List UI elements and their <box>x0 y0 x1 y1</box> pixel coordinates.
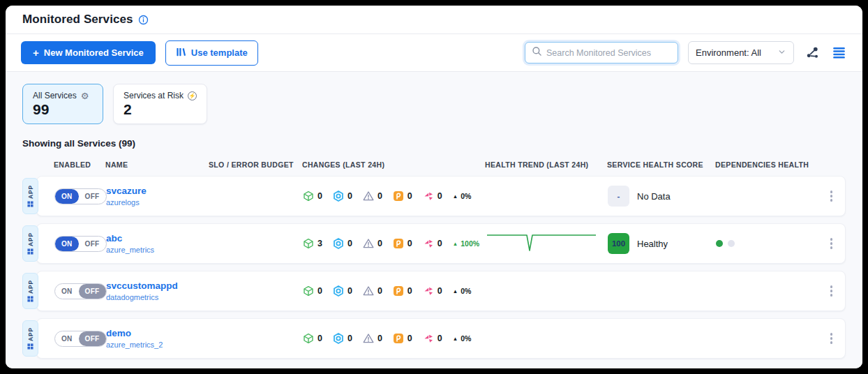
changes-delta: ▲0% <box>453 287 472 295</box>
search-icon <box>532 46 542 59</box>
info-icon[interactable] <box>138 14 149 25</box>
app-tag-label: APP <box>27 280 34 294</box>
app-type-tag: APP <box>22 178 38 214</box>
dependency-unknown-dot <box>728 240 735 247</box>
changes-delta: ▲100% <box>453 239 479 248</box>
gear-icon: ⚙ <box>81 91 89 100</box>
tab-services-at-risk[interactable]: Services at Risk ⚡ 2 <box>113 84 207 124</box>
app-type-tag: APP <box>22 320 38 357</box>
row-actions-menu[interactable] <box>825 188 839 204</box>
col-name: NAME <box>105 160 209 169</box>
plus-icon: + <box>33 47 39 58</box>
app-type-tag: APP <box>22 273 38 309</box>
enabled-toggle[interactable]: ONOFF <box>54 188 107 204</box>
up-arrow-icon: ▲ <box>453 241 458 247</box>
col-health-score: SERVICE HEALTH SCORE <box>607 160 715 169</box>
up-arrow-icon: ▲ <box>453 193 458 200</box>
table-row: APP ONOFF svcazure azurelogs 0 0 0 0 <box>22 176 846 216</box>
table-row: APP ONOFF demo azure_metrics_2 0 0 0 0 <box>22 318 846 359</box>
service-rows: APP ONOFF svcazure azurelogs 0 0 0 0 <box>6 176 862 359</box>
deployment-change-icon <box>303 190 314 202</box>
deployment-change-icon <box>303 333 314 344</box>
incident-change-icon <box>423 238 434 249</box>
changes-delta: ▲0% <box>453 192 472 200</box>
app-window: Monitored Services + New Monitored Servi… <box>6 6 862 368</box>
app-tag-label: APP <box>27 232 34 246</box>
template-icon <box>176 47 186 59</box>
list-view-icon[interactable] <box>830 45 847 61</box>
table-row: APP ONOFF abc azure_metrics 3 0 0 0 <box>22 223 846 264</box>
incident-change-icon <box>423 333 434 344</box>
changes-cell: 0 0 0 0 0 ▲0% <box>303 190 486 202</box>
content-area: All Services ⚙ 99 Services at Risk ⚡ 2 S… <box>6 72 862 368</box>
tab-all-services-label: All Services <box>33 91 77 100</box>
changes-delta: ▲0% <box>453 334 472 343</box>
dependencies-cell <box>716 240 821 247</box>
search-input[interactable] <box>546 48 671 58</box>
services-at-risk-count: 2 <box>124 101 197 118</box>
table-header: ENABLED NAME SLO / ERROR BUDGET CHANGES … <box>6 158 862 176</box>
health-score-label: Healthy <box>637 239 668 249</box>
apps-grid-icon <box>27 201 33 207</box>
service-name-link[interactable]: svcazure <box>106 186 209 197</box>
changes-cell: 0 0 0 0 0 ▲0% <box>303 333 486 344</box>
health-score-cell: 100 Healthy <box>608 233 716 254</box>
table-row: APP ONOFF svccustomappd datadogmetrics 0… <box>22 271 846 311</box>
service-subtitle: azure_metrics_2 <box>106 341 209 349</box>
alert-change-icon <box>363 190 374 202</box>
col-changes: CHANGES (LAST 24H) <box>302 160 485 169</box>
alert-change-icon <box>363 333 374 344</box>
health-score-cell: - No Data <box>608 186 716 207</box>
row-actions-menu[interactable] <box>825 330 839 347</box>
deployment-change-icon <box>303 285 314 297</box>
use-template-button[interactable]: Use template <box>165 40 258 66</box>
toolbar: + New Monitored Service Use template Env… <box>6 34 862 72</box>
row-actions-menu[interactable] <box>825 283 839 299</box>
results-summary: Showing all Services (99) <box>6 124 862 158</box>
summary-tabs: All Services ⚙ 99 Services at Risk ⚡ 2 <box>6 84 862 124</box>
health-trend-sparkline <box>486 230 599 255</box>
chevron-down-icon <box>777 47 786 59</box>
incident-change-icon <box>423 285 434 297</box>
config-change-icon <box>333 333 344 344</box>
apps-grid-icon <box>27 296 33 302</box>
config-change-icon <box>333 285 344 297</box>
enabled-toggle[interactable]: ONOFF <box>54 283 107 299</box>
service-subtitle: azure_metrics <box>106 246 209 254</box>
enabled-toggle[interactable]: ONOFF <box>54 331 107 347</box>
app-tag-label: APP <box>27 327 34 341</box>
tab-services-at-risk-label: Services at Risk <box>124 91 184 100</box>
dependency-healthy-dot <box>716 240 723 247</box>
col-health-trend: HEALTH TREND (LAST 24H) <box>485 160 607 169</box>
col-slo: SLO / ERROR BUDGET <box>209 160 302 169</box>
flag-change-icon <box>393 285 404 297</box>
flag-change-icon <box>393 238 404 249</box>
title-bar: Monitored Services <box>6 6 862 34</box>
topology-view-icon[interactable] <box>804 45 821 61</box>
enabled-toggle[interactable]: ONOFF <box>54 236 107 252</box>
app-tag-label: APP <box>27 185 34 199</box>
environment-select[interactable]: Environment: All <box>688 41 794 64</box>
new-monitored-service-label: New Monitored Service <box>44 47 144 58</box>
col-dependencies: DEPENDENCIES HEALTH <box>715 160 820 169</box>
lightning-icon: ⚡ <box>188 91 197 100</box>
service-name-link[interactable]: demo <box>106 328 209 340</box>
deployment-change-icon <box>303 238 314 249</box>
service-subtitle: datadogmetrics <box>106 293 209 301</box>
service-subtitle: azurelogs <box>106 198 209 207</box>
service-name-link[interactable]: svccustomappd <box>106 280 209 292</box>
service-name-link[interactable]: abc <box>106 233 209 245</box>
tab-all-services[interactable]: All Services ⚙ 99 <box>22 84 103 124</box>
flag-change-icon <box>393 190 404 202</box>
row-actions-menu[interactable] <box>825 235 839 252</box>
alert-change-icon <box>363 285 374 297</box>
up-arrow-icon: ▲ <box>453 336 458 342</box>
changes-cell: 3 0 0 0 0 ▲100% <box>303 238 486 249</box>
apps-grid-icon <box>27 248 33 255</box>
config-change-icon <box>333 238 344 249</box>
apps-grid-icon <box>27 343 33 350</box>
health-score-badge: 100 <box>608 233 629 254</box>
search-box[interactable] <box>525 42 678 63</box>
new-monitored-service-button[interactable]: + New Monitored Service <box>21 41 156 64</box>
flag-change-icon <box>393 333 404 344</box>
